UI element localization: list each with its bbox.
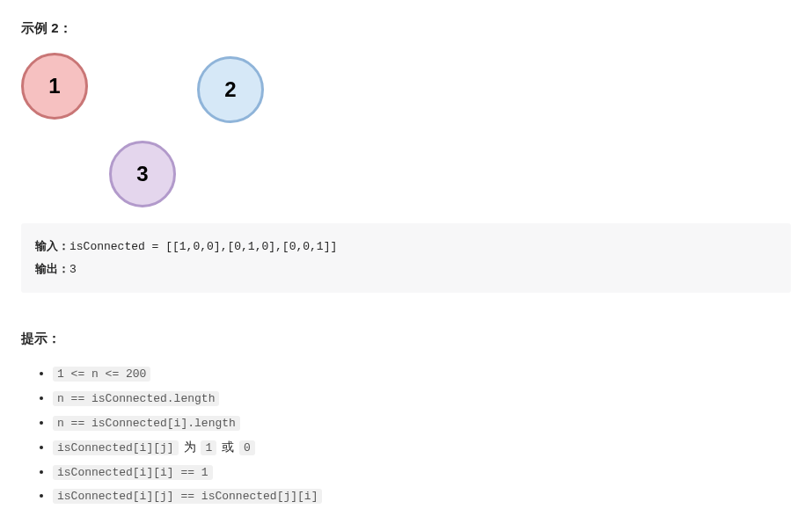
constraint-code: 0: [239, 440, 255, 455]
input-value: isConnected = [[1,0,0],[0,1,0],[0,0,1]]: [69, 240, 337, 253]
constraint-code: isConnected[i][j]: [53, 440, 179, 455]
output-label: 输出：: [35, 262, 69, 275]
constraint-code: n == isConnected.length: [53, 391, 219, 406]
content-container: 示例 2： 1 2 3 输入：isConnected = [[1,0,0],[0…: [0, 0, 812, 509]
graph-node-3: 3: [109, 141, 176, 207]
constraints-list: 1 <= n <= 200n == isConnected.lengthn ==…: [21, 363, 791, 506]
constraint-code: n == isConnected[i].length: [53, 416, 240, 431]
constraint-item: isConnected[i][i] == 1: [53, 462, 791, 483]
constraint-code: 1: [201, 440, 216, 455]
input-label: 输入：: [35, 239, 69, 252]
constraint-text: 或: [216, 440, 239, 454]
constraint-item: isConnected[i][j] 为 1 或 0: [53, 437, 791, 458]
constraint-item: isConnected[i][j] == isConnected[j][i]: [53, 485, 791, 506]
constraint-item: n == isConnected[i].length: [53, 412, 791, 433]
constraint-code: 1 <= n <= 200: [53, 367, 150, 382]
constraint-code: isConnected[i][i] == 1: [53, 465, 213, 480]
graph-node-2: 2: [197, 56, 264, 123]
constraint-code: isConnected[i][j] == isConnected[j][i]: [53, 489, 322, 504]
node-label: 3: [136, 157, 148, 191]
example-title: 示例 2：: [21, 18, 791, 39]
node-label: 2: [224, 73, 236, 106]
hints-title: 提示：: [21, 328, 791, 349]
constraint-text: 为: [179, 440, 201, 454]
graph-node-1: 1: [21, 53, 88, 120]
example-code-block: 输入：isConnected = [[1,0,0],[0,1,0],[0,0,1…: [21, 223, 791, 293]
constraint-item: n == isConnected.length: [53, 388, 791, 409]
graph-diagram: 1 2 3: [21, 53, 285, 211]
node-label: 1: [48, 69, 60, 103]
output-value: 3: [69, 263, 77, 276]
constraint-item: 1 <= n <= 200: [53, 363, 791, 384]
